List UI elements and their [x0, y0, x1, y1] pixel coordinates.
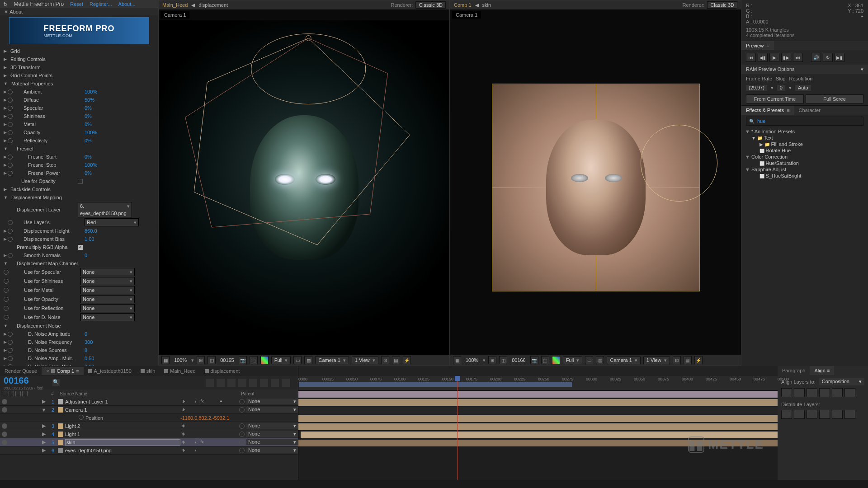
stopwatch-icon[interactable]	[79, 415, 84, 420]
align-top-button[interactable]	[819, 388, 830, 397]
layer-row[interactable]: ▶ 3 Light 2 ⬗ None	[0, 422, 298, 430]
tab-skin[interactable]: skin	[136, 367, 160, 375]
distribute-button[interactable]	[819, 410, 830, 419]
distribute-button[interactable]	[807, 410, 817, 419]
character-tab[interactable]: Character	[794, 106, 825, 115]
section-material[interactable]: Material Properties	[0, 80, 158, 88]
eye-icon[interactable]	[2, 399, 7, 404]
channel-icon[interactable]	[552, 356, 560, 364]
section-grid[interactable]: Grid	[0, 47, 158, 55]
layer-row[interactable]: ▶ 4 Light 1 ⬗ None	[0, 430, 298, 438]
tool-icon[interactable]	[260, 379, 268, 387]
close-icon[interactable]	[46, 368, 49, 374]
camera-label[interactable]: Camera 1	[452, 11, 481, 19]
pixel-aspect-icon[interactable]: ▤	[684, 356, 692, 364]
layer-row[interactable]: ▼ 2 Camera 1 ⬗ None	[0, 406, 298, 414]
align-right-button[interactable]	[807, 388, 817, 397]
tool-icon[interactable]	[238, 379, 246, 387]
distribute-button[interactable]	[781, 410, 792, 419]
parent-select[interactable]: None	[246, 399, 298, 404]
parent-select[interactable]: None	[246, 431, 298, 437]
label-color[interactable]	[58, 432, 63, 437]
label-color[interactable]	[58, 440, 63, 445]
layer-name[interactable]: skin	[65, 439, 180, 446]
view-opt-icon[interactable]: ⊡	[673, 356, 681, 364]
framerate-select[interactable]: (29.97)	[746, 85, 767, 91]
stopwatch-icon[interactable]	[8, 237, 13, 242]
stopwatch-icon[interactable]	[4, 306, 9, 311]
snapshot-icon[interactable]: ⬚	[250, 356, 258, 364]
section-disp-map[interactable]: Displacement Mapping	[0, 193, 158, 202]
channel-icon[interactable]	[260, 356, 269, 364]
search-icon[interactable]: 🔍	[52, 379, 60, 386]
register-link[interactable]: Register...	[90, 1, 112, 7]
cti-line[interactable]	[458, 390, 458, 480]
eye-col-icon[interactable]	[2, 391, 7, 396]
pickwhip-icon[interactable]	[239, 432, 245, 437]
stopwatch-icon[interactable]	[8, 348, 13, 353]
layer-name[interactable]: Adjustment Layer 1	[65, 399, 180, 404]
align-left-button[interactable]	[781, 388, 792, 397]
section-backside[interactable]: Backside Controls	[0, 185, 158, 193]
active-camera-select[interactable]: Camera 1	[607, 357, 640, 364]
fast-preview-icon[interactable]: ⚡	[694, 356, 703, 364]
pickwhip-icon[interactable]	[239, 423, 245, 429]
layer-row[interactable]: ▶ 1 Adjustment Layer 1 ⬗/fx● None	[0, 398, 298, 406]
snapshot-icon[interactable]: ⬚	[541, 356, 549, 364]
twirl-icon[interactable]: ▼	[41, 407, 47, 413]
pickwhip-icon[interactable]	[239, 399, 245, 404]
distribute-button[interactable]	[844, 410, 855, 419]
grid-icon[interactable]: ▦	[453, 356, 461, 364]
region-icon[interactable]: ▭	[585, 356, 593, 364]
mute-button[interactable]: 🔊	[811, 53, 821, 62]
opacity-value[interactable]: 100%	[85, 129, 103, 136]
twirl-icon[interactable]: ▶	[41, 399, 47, 404]
grid-icon[interactable]: ▦	[161, 356, 170, 364]
distribute-button[interactable]	[794, 410, 805, 419]
twirl-icon[interactable]: ▶	[41, 431, 47, 437]
fast-preview-icon[interactable]: ⚡	[403, 356, 411, 364]
tree-fill-stroke[interactable]: Fill and Stroke	[743, 141, 866, 147]
specular-value[interactable]: 0%	[85, 104, 103, 112]
checkbox-checked-icon[interactable]: ✓	[78, 245, 83, 250]
stopwatch-icon[interactable]	[8, 229, 13, 234]
tool-icon[interactable]	[249, 379, 257, 387]
stopwatch-icon[interactable]	[8, 253, 13, 258]
stopwatch-icon[interactable]	[8, 114, 13, 119]
stopwatch-icon[interactable]	[8, 106, 13, 111]
layer-bar[interactable]	[298, 399, 778, 406]
effects-search-input[interactable]: hue	[746, 117, 863, 126]
stopwatch-icon[interactable]	[8, 163, 13, 168]
active-camera-select[interactable]: Camera 1	[315, 357, 349, 364]
tool-icon[interactable]	[271, 379, 279, 387]
camera-label[interactable]: Camera 1	[160, 11, 189, 19]
layer-bar[interactable]	[298, 391, 778, 398]
pickwhip-icon[interactable]	[239, 448, 245, 453]
resolution-select[interactable]: Auto	[795, 85, 811, 91]
reflectivity-value[interactable]: 0%	[85, 137, 103, 144]
track-area[interactable]: ▮▮ METTLE	[298, 390, 778, 480]
twirl-icon[interactable]: ▶	[41, 439, 47, 445]
tool-icon[interactable]	[227, 379, 236, 387]
layout-icon[interactable]: ⊞	[488, 356, 496, 364]
stopwatch-icon[interactable]	[8, 332, 13, 337]
tab-displacement[interactable]: displacement	[200, 367, 245, 375]
stopwatch-icon[interactable]	[8, 171, 13, 176]
about-link[interactable]: About...	[118, 1, 136, 7]
eye-icon[interactable]	[2, 423, 7, 429]
layer-row[interactable]: ▶ 6 eyes_depth0150.png ⬗/ None	[0, 446, 298, 455]
parent-select[interactable]: None	[246, 423, 298, 429]
stopwatch-icon[interactable]	[8, 138, 13, 143]
stopwatch-icon[interactable]	[4, 279, 9, 284]
tool-icon[interactable]	[206, 379, 214, 387]
layout-icon[interactable]: ⊞	[197, 356, 205, 364]
stopwatch-icon[interactable]	[4, 288, 9, 293]
views-select[interactable]: 1 View	[643, 357, 670, 364]
preview-tab[interactable]: Preview	[741, 41, 774, 50]
view-opt-icon[interactable]: ⊡	[381, 356, 389, 364]
stopwatch-icon[interactable]	[8, 122, 13, 127]
align-bottom-button[interactable]	[844, 388, 855, 397]
distribute-button[interactable]	[832, 410, 843, 419]
first-frame-button[interactable]: ⏮	[746, 53, 756, 62]
sub-crumb[interactable]: skin	[482, 2, 491, 8]
